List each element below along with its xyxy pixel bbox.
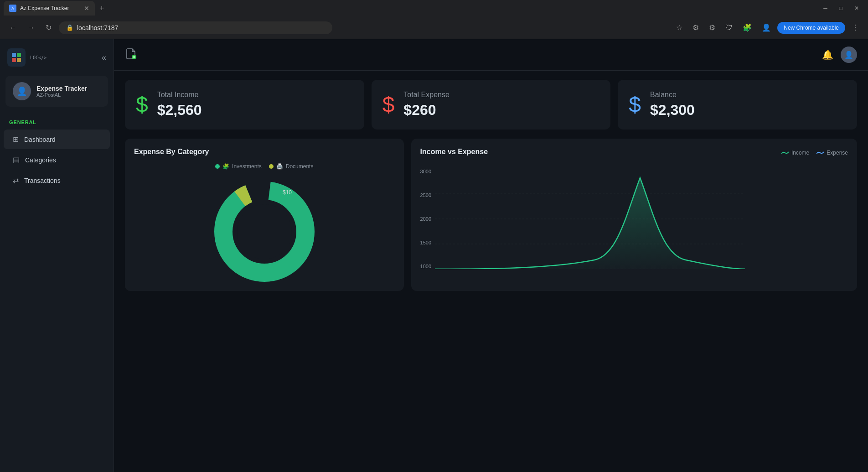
- tab-close-button[interactable]: ✕: [84, 5, 89, 12]
- lock-icon: 🔒: [66, 24, 73, 31]
- user-username: AZ-PostAL: [36, 92, 87, 98]
- star-icon[interactable]: ☆: [672, 21, 686, 34]
- active-tab[interactable]: A Az Expense Tracker ✕: [4, 1, 95, 16]
- income-value: $2,560: [157, 102, 202, 119]
- close-button[interactable]: ✕: [849, 3, 864, 13]
- donut-chart-svg: $10: [207, 177, 321, 282]
- svg-rect-3: [17, 58, 21, 62]
- new-chrome-button[interactable]: New Chrome available: [777, 22, 845, 34]
- balance-value: $2,300: [650, 102, 695, 119]
- y-label-3000: 3000: [420, 169, 431, 174]
- income-label: Total Income: [157, 91, 202, 99]
- profile-icon[interactable]: 👤: [758, 21, 775, 34]
- logo-icon: [7, 48, 26, 67]
- expense-info: Total Expense $260: [403, 91, 450, 119]
- topbar-left: [125, 47, 138, 62]
- y-axis: 3000 2500 2000 1500 1000: [420, 169, 435, 269]
- legend-documents: 🖨️ Documents: [269, 163, 314, 170]
- sidebar-section-general: GENERAL: [0, 116, 114, 129]
- donut-container: 🧩 Investments 🖨️ Documents: [134, 163, 395, 282]
- minimize-button[interactable]: ─: [818, 3, 833, 13]
- income-dollar-icon: $: [136, 94, 148, 116]
- stat-card-income: $ Total Income $2,560: [125, 80, 364, 130]
- svg-text:$10: $10: [283, 189, 292, 196]
- legend-label-investments: Investments: [232, 163, 262, 170]
- file-icon-button[interactable]: [125, 47, 138, 62]
- legend-investments: 🧩 Investments: [215, 163, 262, 170]
- line-chart-wrapper: 3000 2500 2000 1500 1000: [420, 169, 848, 269]
- menu-icon[interactable]: ⋮: [848, 21, 863, 34]
- dashboard: $ Total Income $2,560 $ Total Expense $2…: [114, 71, 868, 472]
- legend-dot-documents: [269, 164, 274, 169]
- bell-icon[interactable]: 🔔: [822, 49, 833, 60]
- svg-rect-1: [17, 53, 21, 57]
- legend-expense-line: Expense: [816, 150, 848, 156]
- main-content: 🔔 👤 $ Total Income $2,560 $: [114, 39, 868, 472]
- legend-emoji-investments: 🧩: [222, 163, 229, 170]
- logo-text: LOC</>: [30, 55, 46, 60]
- window-controls: ─ □ ✕: [818, 3, 864, 13]
- legend-income: Income: [781, 150, 809, 156]
- shield-icon[interactable]: 🛡: [722, 22, 736, 34]
- browser-chrome: A Az Expense Tracker ✕ + ─ □ ✕ ← → ↻ 🔒 l…: [0, 0, 868, 39]
- back-button[interactable]: ←: [5, 22, 20, 34]
- reload-button[interactable]: ↻: [42, 21, 55, 34]
- forward-button[interactable]: →: [24, 22, 38, 34]
- charts-row: Expense By Category 🧩 Investments 🖨️: [125, 139, 857, 291]
- y-label-1500: 1500: [420, 240, 431, 245]
- new-tab-button[interactable]: +: [97, 4, 107, 13]
- sidebar: LOC</> « 👤 Expense Tracker AZ-PostAL GEN…: [0, 39, 114, 472]
- user-info: Expense Tracker AZ-PostAL: [36, 85, 87, 98]
- expense-by-category-card: Expense By Category 🧩 Investments 🖨️: [125, 139, 404, 291]
- settings-icon[interactable]: ⚙: [705, 21, 719, 34]
- income-line-icon: [781, 150, 789, 155]
- chart-legend-top: Income Expense: [781, 150, 848, 156]
- maximize-button[interactable]: □: [834, 3, 848, 13]
- donut-legend: 🧩 Investments 🖨️ Documents: [215, 163, 313, 170]
- sidebar-item-categories[interactable]: ▤ Categories: [4, 150, 110, 170]
- sidebar-header: LOC</> «: [0, 39, 114, 76]
- sidebar-item-transactions[interactable]: ⇄ Transactions: [4, 171, 110, 190]
- y-label-2500: 2500: [420, 192, 431, 198]
- balance-label: Balance: [650, 91, 695, 99]
- legend-dot-investments: [215, 164, 220, 169]
- y-label-2000: 2000: [420, 216, 431, 222]
- url-text: localhost:7187: [77, 24, 118, 31]
- sidebar-item-label-dashboard: Dashboard: [24, 136, 56, 143]
- income-vs-expense-title: Income vs Expense: [420, 148, 488, 156]
- extensions-icon[interactable]: ⚙: [689, 21, 703, 34]
- svg-rect-2: [12, 58, 16, 62]
- sidebar-item-label-transactions: Transactions: [24, 177, 61, 184]
- collapse-sidebar-button[interactable]: «: [102, 53, 106, 62]
- logo: LOC</>: [7, 48, 46, 67]
- browser-toolbar: ← → ↻ 🔒 localhost:7187 ☆ ⚙ ⚙ 🛡 🧩 👤 New C…: [0, 16, 868, 39]
- sidebar-nav: ⊞ Dashboard ▤ Categories ⇄ Transactions: [0, 129, 114, 191]
- stat-card-balance: $ Balance $2,300: [618, 80, 857, 130]
- topbar-avatar[interactable]: 👤: [841, 47, 857, 63]
- legend-label-income: Income: [791, 150, 809, 156]
- dashboard-icon: ⊞: [13, 135, 19, 144]
- svg-rect-0: [12, 53, 16, 57]
- stat-card-expense: $ Total Expense $260: [372, 80, 611, 130]
- expense-line-icon: [816, 150, 824, 155]
- income-vs-expense-card: Income vs Expense Income: [411, 139, 857, 291]
- expense-label: Total Expense: [403, 91, 450, 99]
- y-label-1000: 1000: [420, 264, 431, 269]
- sidebar-item-dashboard[interactable]: ⊞ Dashboard: [4, 130, 110, 149]
- legend-label-documents: Documents: [286, 163, 314, 170]
- tab-favicon: A: [9, 5, 16, 12]
- toolbar-icons: ☆ ⚙ ⚙ 🛡 🧩 👤 New Chrome available ⋮: [672, 21, 863, 34]
- address-bar[interactable]: 🔒 localhost:7187: [59, 21, 332, 34]
- app-container: LOC</> « 👤 Expense Tracker AZ-PostAL GEN…: [0, 39, 868, 472]
- tab-title: Az Expense Tracker: [20, 5, 69, 11]
- line-chart-svg: [435, 169, 745, 269]
- balance-dollar-icon: $: [629, 94, 641, 116]
- avatar: 👤: [13, 82, 31, 100]
- stats-row: $ Total Income $2,560 $ Total Expense $2…: [125, 80, 857, 130]
- expense-dollar-icon: $: [382, 94, 395, 116]
- expense-value: $260: [403, 102, 450, 119]
- topbar-right: 🔔 👤: [822, 47, 857, 63]
- puzzle-icon[interactable]: 🧩: [739, 21, 755, 34]
- svg-point-7: [237, 204, 292, 259]
- expense-by-category-title: Expense By Category: [134, 148, 395, 156]
